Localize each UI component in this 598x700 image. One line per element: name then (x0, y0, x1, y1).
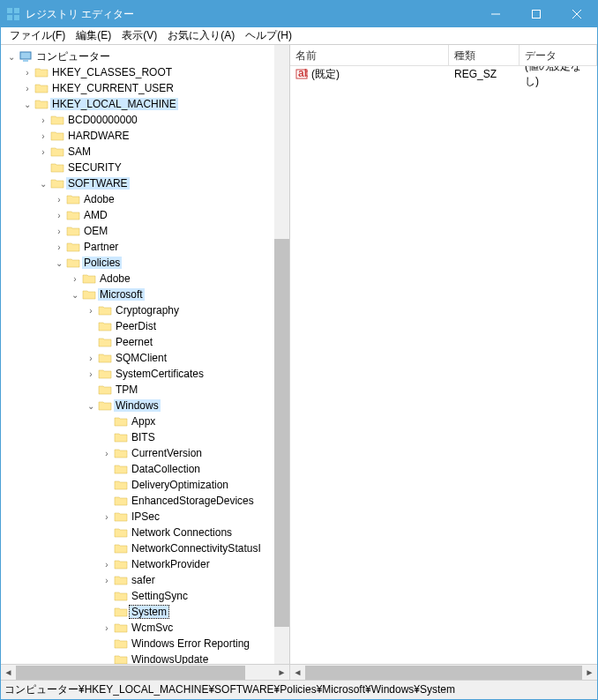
column-name[interactable]: 名前 (290, 45, 449, 65)
chevron-down-icon[interactable]: ⌄ (4, 52, 19, 62)
chevron-right-icon[interactable]: › (52, 195, 66, 205)
tree-item[interactable]: ›Adobe (1, 271, 274, 287)
tree-item[interactable]: ›SAM (1, 144, 274, 160)
chevron-right-icon[interactable]: › (20, 68, 34, 78)
column-data[interactable]: データ (520, 45, 597, 65)
tree-item[interactable]: ›HARDWARE (1, 128, 274, 144)
tree-item-label: OEM (82, 225, 109, 237)
chevron-down-icon[interactable]: ⌄ (84, 401, 98, 411)
maximize-button[interactable] (516, 1, 557, 27)
chevron-down-icon[interactable]: ⌄ (68, 290, 82, 300)
menu-favorites[interactable]: お気に入り(A) (162, 28, 240, 43)
menu-help[interactable]: ヘルプ(H) (240, 28, 297, 43)
tree-item[interactable]: DataCollection (1, 461, 274, 477)
chevron-right-icon[interactable]: › (100, 576, 114, 585)
tree-item-label: BCD00000000 (66, 114, 139, 126)
tree-item[interactable]: ⌄Windows (1, 398, 274, 413)
tree-item[interactable]: Windows Error Reporting (1, 636, 274, 652)
tree-item[interactable]: SettingSync (1, 588, 274, 604)
tree-item-label: SECURITY (66, 161, 123, 174)
tree-item[interactable]: ›BCD00000000 (1, 112, 274, 128)
chevron-right-icon[interactable]: › (100, 623, 114, 633)
tree-item[interactable]: SECURITY (1, 160, 274, 175)
tree-item[interactable]: Peernet (1, 334, 274, 350)
chevron-right-icon[interactable]: › (52, 227, 66, 236)
folder-icon (114, 558, 128, 570)
chevron-down-icon[interactable]: ⌄ (36, 179, 50, 189)
tree-item[interactable]: EnhancedStorageDevices (1, 493, 274, 509)
tree-item[interactable]: ›IPSec (1, 509, 274, 525)
svg-rect-9 (23, 60, 28, 62)
tree-item-label: Partner (82, 241, 120, 253)
tree-view[interactable]: ⌄コンピューター›HKEY_CLASSES_ROOT›HKEY_CURRENT_… (1, 45, 274, 664)
tree-item[interactable]: ›AMD (1, 207, 274, 223)
tree-item[interactable]: DeliveryOptimization (1, 477, 274, 493)
tree-item[interactable]: BITS (1, 429, 274, 445)
chevron-down-icon[interactable]: ⌄ (52, 258, 66, 268)
tree-item[interactable]: ⌄SOFTWARE (1, 175, 274, 191)
tree-item[interactable]: ›CurrentVersion (1, 445, 274, 461)
tree-item-label: SQMClient (114, 352, 168, 364)
chevron-down-icon[interactable]: ⌄ (20, 100, 34, 109)
value-name: (既定) (311, 67, 340, 82)
tree-item[interactable]: ›WcmSvc (1, 620, 274, 636)
folder-icon (50, 161, 64, 174)
tree-item[interactable]: Appx (1, 413, 274, 429)
tree-item[interactable]: ›HKEY_CLASSES_ROOT (1, 64, 274, 80)
chevron-right-icon[interactable]: › (52, 242, 66, 252)
tree-item[interactable]: TPM (1, 382, 274, 398)
menu-file[interactable]: ファイル(F) (4, 28, 71, 43)
chevron-right-icon[interactable]: › (36, 131, 50, 141)
tree-item[interactable]: Network Connections (1, 525, 274, 540)
minimize-button[interactable] (475, 1, 516, 27)
tree-item[interactable]: ›Partner (1, 239, 274, 255)
tree-item[interactable]: ›Cryptography (1, 302, 274, 318)
tree-item[interactable]: ⌄Microsoft (1, 287, 274, 302)
chevron-right-icon[interactable]: › (100, 560, 114, 570)
chevron-right-icon[interactable]: › (84, 306, 98, 316)
titlebar[interactable]: レジストリ エディター (1, 1, 597, 27)
tree-item[interactable]: ›safer (1, 572, 274, 588)
tree-item[interactable]: ›OEM (1, 223, 274, 239)
folder-icon (98, 368, 112, 380)
scroll-left-icon[interactable]: ◄ (290, 666, 305, 680)
chevron-right-icon[interactable]: › (68, 274, 82, 284)
value-row[interactable]: ab(既定)REG_SZ(値の設定なし) (290, 66, 597, 82)
tree-item[interactable]: ›NetworkProvider (1, 556, 274, 572)
status-path: コンピューター¥HKEY_LOCAL_MACHINE¥SOFTWARE¥Poli… (4, 682, 455, 697)
close-button[interactable] (557, 1, 597, 27)
value-list[interactable]: ab(既定)REG_SZ(値の設定なし) (290, 66, 597, 664)
list-horizontal-scrollbar[interactable]: ◄ ► (290, 664, 597, 680)
tree-item[interactable]: ›SQMClient (1, 350, 274, 366)
tree-item[interactable]: ⌄Policies (1, 255, 274, 271)
tree-item[interactable]: ›Adobe (1, 191, 274, 207)
tree-item[interactable]: ›SystemCertificates (1, 366, 274, 382)
chevron-right-icon[interactable]: › (84, 354, 98, 363)
chevron-right-icon[interactable]: › (52, 211, 66, 220)
scroll-right-icon[interactable]: ► (274, 666, 289, 680)
column-type[interactable]: 種類 (449, 45, 520, 65)
folder-icon (66, 209, 80, 221)
scroll-left-icon[interactable]: ◄ (1, 666, 16, 680)
chevron-right-icon[interactable]: › (36, 147, 50, 157)
tree-item[interactable]: WindowsUpdate (1, 652, 274, 664)
tree-item[interactable]: ›HKEY_CURRENT_USER (1, 80, 274, 96)
tree-item[interactable]: ⌄コンピューター (1, 48, 274, 64)
tree-horizontal-scrollbar[interactable]: ◄ ► (1, 664, 289, 680)
chevron-right-icon[interactable]: › (20, 84, 34, 93)
tree-item[interactable]: System (1, 604, 274, 620)
menu-edit[interactable]: 編集(E) (71, 28, 116, 43)
app-icon (6, 7, 20, 21)
chevron-right-icon[interactable]: › (84, 369, 98, 379)
chevron-right-icon[interactable]: › (100, 449, 114, 458)
scroll-right-icon[interactable]: ► (582, 666, 597, 680)
tree-vertical-scrollbar[interactable] (274, 45, 289, 664)
menu-view[interactable]: 表示(V) (116, 28, 162, 43)
tree-item[interactable]: NetworkConnectivityStatusI (1, 540, 274, 556)
tree-item[interactable]: ⌄HKEY_LOCAL_MACHINE (1, 96, 274, 112)
tree-item-label: WcmSvc (130, 622, 175, 634)
chevron-right-icon[interactable]: › (100, 512, 114, 522)
tree-item[interactable]: PeerDist (1, 318, 274, 334)
folder-icon (34, 66, 49, 78)
chevron-right-icon[interactable]: › (36, 115, 50, 125)
